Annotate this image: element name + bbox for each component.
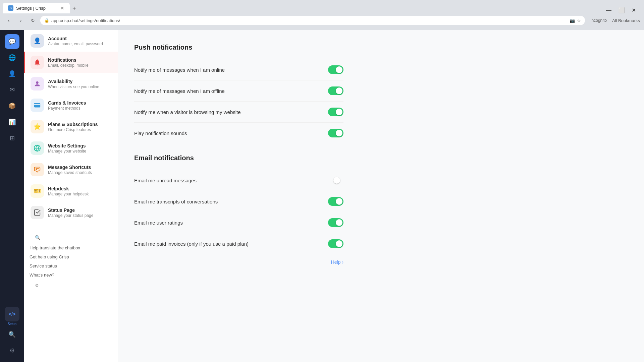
app-container: 💬 🌐 👤 ✉ 📦 📊 ⊞ </> Setup 🔍 ⚙ 👤 Account Av… [0, 30, 644, 362]
bookmarks-label: All Bookmarks [612, 18, 640, 23]
incognito-label: Incognito [590, 18, 607, 23]
helpdesk-subtitle: Manage your helpdesk [48, 192, 89, 196]
status-subtitle: Manage your status page [48, 213, 93, 218]
notifications-subtitle: Email, desktop, mobile [48, 63, 89, 68]
shortcuts-title: Message Shortcuts [48, 165, 92, 170]
sidebar-item-website[interactable]: Website Settings Manage your website [24, 137, 118, 159]
nav-person[interactable]: 👤 [5, 66, 19, 81]
notify-browsing-toggle[interactable] [328, 108, 343, 116]
new-tab-button[interactable]: + [70, 4, 79, 13]
email-invoices-toggle[interactable] [328, 239, 343, 248]
notify-browsing-row: Notify me when a visitor is browsing my … [134, 102, 343, 123]
plans-text: Plans & Subscriptions Get more Crisp fea… [48, 122, 98, 132]
toggle-knob [336, 240, 342, 247]
nav-grid[interactable]: ⊞ [5, 131, 19, 145]
sidebar-footer: 🔍 Help translate the chatbox Get help us… [24, 229, 118, 294]
toggle-slider [328, 86, 343, 95]
sidebar-item-cards[interactable]: Cards & Invoices Payment methods [24, 95, 118, 116]
notifications-text: Notifications Email, desktop, mobile [48, 57, 89, 68]
email-transcripts-toggle[interactable] [328, 197, 343, 206]
nav-send[interactable]: ✉ [5, 82, 19, 97]
notify-online-row: Notify me of messages when I am online [134, 59, 343, 80]
close-window-button[interactable]: ✕ [632, 7, 636, 13]
nav-setup[interactable]: </> Setup [5, 307, 19, 326]
email-ratings-label: Email me user ratings [134, 220, 328, 226]
nav-box[interactable]: 📦 [5, 99, 19, 113]
address-bar[interactable]: 🔒 app.crisp.chat/settings/notifications/… [40, 16, 585, 25]
reload-button[interactable]: ↻ [28, 16, 38, 25]
status-title: Status Page [48, 207, 93, 213]
active-tab[interactable]: S Settings | Crisp ✕ [3, 3, 70, 13]
translate-link[interactable]: Help translate the chatbox [30, 243, 112, 252]
svg-point-0 [36, 81, 38, 84]
sidebar-item-status[interactable]: Status Page Manage your status page [24, 202, 118, 223]
setup-label: Setup [8, 322, 16, 326]
sidebar-item-availability[interactable]: Availability When visitors see you onlin… [24, 73, 118, 95]
notify-online-toggle[interactable] [328, 65, 343, 74]
nav-search[interactable]: 🔍 [5, 327, 19, 342]
minimize-button[interactable]: — [606, 7, 611, 13]
svg-rect-1 [34, 103, 40, 108]
back-button[interactable]: ‹ [4, 16, 13, 25]
notify-offline-toggle[interactable] [328, 86, 343, 95]
tab-title: Settings | Crisp [16, 6, 46, 11]
notify-sounds-toggle[interactable] [328, 129, 343, 137]
help-link[interactable]: Get help using Crisp [30, 252, 112, 261]
plans-subtitle: Get more Crisp features [48, 127, 98, 132]
sidebar-search[interactable]: 🔍 [30, 232, 112, 243]
help-link[interactable]: Help › [134, 254, 343, 270]
forward-button[interactable]: › [16, 16, 25, 25]
address-text: app.crisp.chat/settings/notifications/ [51, 18, 568, 23]
email-section: Email notifications Email me unread mess… [134, 154, 343, 254]
sidebar-item-shortcuts[interactable]: Message Shortcuts Manage saved shortcuts [24, 159, 118, 180]
email-invoices-row: Email me paid invoices (only if you use … [134, 233, 343, 254]
website-title: Website Settings [48, 143, 86, 148]
email-notifications-list: Email me unread messages Email me transc… [134, 170, 343, 254]
toggle-slider [328, 218, 343, 227]
notify-browsing-label: Notify me when a visitor is browsing my … [134, 109, 328, 115]
sidebar-item-account[interactable]: 👤 Account Avatar, name, email, password [24, 30, 118, 52]
nav-chat[interactable]: 💬 [5, 34, 19, 49]
notify-offline-label: Notify me of messages when I am offline [134, 88, 328, 94]
sidebar-item-plans[interactable]: ⭐ Plans & Subscriptions Get more Crisp f… [24, 116, 118, 137]
notify-online-label: Notify me of messages when I am online [134, 67, 328, 73]
tab-favicon: S [8, 5, 13, 11]
sidebar-item-helpdesk[interactable]: 🎫 Helpdesk Manage your helpdesk [24, 180, 118, 202]
status-link[interactable]: Service status [30, 261, 112, 270]
notify-offline-row: Notify me of messages when I am offline [134, 80, 343, 102]
sidebar-gear[interactable]: ⚙ [30, 280, 112, 291]
status-text: Status Page Manage your status page [48, 207, 93, 218]
toggle-knob [336, 109, 342, 115]
toggle-knob [336, 198, 342, 205]
push-notifications-list: Notify me of messages when I am online N… [134, 59, 343, 143]
bookmark-icon[interactable]: ☆ [577, 18, 581, 23]
email-unread-toggle[interactable] [328, 176, 343, 185]
availability-icon [31, 77, 44, 90]
notify-sounds-row: Play notification sounds [134, 123, 343, 143]
availability-title: Availability [48, 79, 99, 84]
email-ratings-toggle[interactable] [328, 218, 343, 227]
setup-icon: </> [5, 307, 19, 321]
shortcuts-icon [31, 163, 44, 176]
status-icon [31, 206, 44, 219]
tab-close-button[interactable]: ✕ [60, 5, 64, 11]
nav-gear[interactable]: ⚙ [5, 343, 19, 358]
nav-chart[interactable]: 📊 [5, 115, 19, 129]
shortcuts-subtitle: Manage saved shortcuts [48, 170, 92, 175]
content-inner: Push notifications Notify me of messages… [118, 30, 360, 284]
main-content: Push notifications Notify me of messages… [118, 30, 644, 362]
tab-bar: S Settings | Crisp ✕ + — ⬜ ✕ [0, 0, 644, 13]
helpdesk-icon: 🎫 [31, 184, 44, 198]
availability-subtitle: When visitors see you online [48, 84, 99, 89]
sidebar-item-notifications[interactable]: Notifications Email, desktop, mobile [24, 52, 118, 73]
restore-button[interactable]: ⬜ [618, 7, 625, 13]
notifications-title: Notifications [48, 57, 89, 63]
account-title: Account [48, 36, 103, 41]
toggle-knob [336, 87, 342, 94]
push-section-title: Push notifications [134, 44, 343, 51]
toggle-slider [328, 108, 343, 116]
nav-globe[interactable]: 🌐 [5, 50, 19, 65]
whats-new-link[interactable]: What's new? [30, 270, 112, 280]
shortcuts-text: Message Shortcuts Manage saved shortcuts [48, 165, 92, 175]
plans-title: Plans & Subscriptions [48, 122, 98, 127]
